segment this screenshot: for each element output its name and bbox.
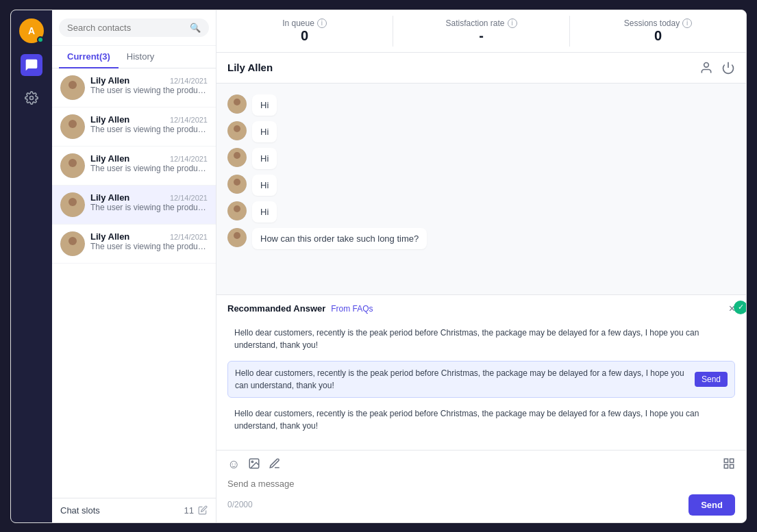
- message-bubble: How can this order take such long time?: [252, 228, 427, 249]
- message-bubble: Hi: [252, 175, 277, 196]
- image-icon[interactable]: [248, 457, 260, 473]
- message-input[interactable]: [227, 479, 735, 489]
- contact-name: Lily Allen: [90, 75, 129, 86]
- message-input-row: [227, 479, 735, 489]
- apps-grid-icon[interactable]: [723, 457, 735, 472]
- info-icon: i: [508, 18, 517, 28]
- char-count: 0/2000: [227, 500, 253, 509]
- contact-item[interactable]: Lily Allen 12/14/2021 The user is viewin…: [52, 147, 216, 186]
- svg-point-10: [69, 237, 77, 245]
- recommended-section: Recommanded Answer From FAQs × ✓ Hello d…: [216, 294, 746, 450]
- svg-point-6: [69, 159, 77, 167]
- contact-item[interactable]: Lily Allen 12/14/2021 The user is viewin…: [52, 225, 216, 264]
- svg-rect-27: [724, 459, 728, 462]
- svg-point-8: [69, 198, 77, 206]
- contact-info: Lily Allen 12/14/2021 The user is viewin…: [90, 231, 208, 251]
- stat-item: In queue i 0: [216, 16, 393, 47]
- contact-name-row: Lily Allen 12/14/2021: [90, 114, 208, 125]
- contact-preview: The user is viewing the produc...: [90, 242, 208, 251]
- message-avatar: [227, 94, 247, 114]
- send-answer-button[interactable]: Send: [695, 372, 728, 387]
- message-row: Hi: [227, 201, 735, 223]
- contact-name: Lily Allen: [90, 192, 129, 203]
- message-avatar: [227, 201, 247, 220]
- user-avatar[interactable]: A: [19, 18, 44, 43]
- answer-text: Hello dear customers, recently is the pe…: [235, 367, 689, 392]
- contact-info: Lily Allen 12/14/2021 The user is viewin…: [90, 114, 208, 134]
- contact-name-row: Lily Allen 12/14/2021: [90, 192, 208, 203]
- svg-point-18: [234, 152, 240, 159]
- contact-name: Lily Allen: [90, 114, 129, 125]
- stats-bar: In queue i 0 Satisfaction rate i - Sessi…: [216, 10, 746, 53]
- contact-date: 12/14/2021: [170, 233, 208, 241]
- edit-icon[interactable]: [198, 505, 208, 515]
- svg-point-11: [704, 62, 709, 67]
- green-check-icon: ✓: [734, 301, 747, 314]
- message-row: Hi: [227, 148, 735, 169]
- answer-item-selected[interactable]: Hello dear customers, recently is the pe…: [227, 361, 735, 398]
- search-wrapper[interactable]: 🔍: [59, 18, 209, 37]
- chat-area: In queue i 0 Satisfaction rate i - Sessi…: [216, 10, 746, 522]
- stat-item: Satisfaction rate i -: [393, 16, 570, 47]
- contact-name-row: Lily Allen 12/14/2021: [90, 75, 208, 86]
- input-area: ☺ 0/2000 Send: [216, 450, 746, 522]
- svg-point-2: [69, 81, 77, 89]
- contact-date: 12/14/2021: [170, 194, 208, 202]
- message-row: Hi: [227, 121, 735, 142]
- chat-slots-label: Chat slots: [60, 505, 100, 516]
- contact-panel: 🔍 Current(3) History Lily Allen 12/14/20…: [52, 10, 216, 522]
- chat-nav-icon[interactable]: [21, 54, 42, 76]
- svg-point-14: [234, 99, 240, 105]
- recommended-header: Recommanded Answer From FAQs × ✓: [227, 303, 735, 314]
- from-faqs: From FAQs: [331, 304, 373, 314]
- chat-slots-right: 11: [184, 505, 208, 516]
- answer-text: Hello dear customers, recently is the pe…: [234, 409, 699, 431]
- svg-point-26: [252, 461, 253, 462]
- send-button[interactable]: Send: [688, 494, 735, 516]
- tab-current[interactable]: Current(3): [59, 46, 119, 68]
- svg-point-4: [69, 120, 77, 128]
- contact-item[interactable]: Lily Allen 12/14/2021 The user is viewin…: [52, 107, 216, 147]
- emoji-icon[interactable]: ☺: [227, 457, 240, 473]
- power-icon[interactable]: [721, 61, 735, 75]
- search-bar: 🔍: [52, 10, 216, 46]
- contact-avatar: [60, 192, 85, 217]
- svg-rect-28: [730, 459, 734, 462]
- contact-avatar: [60, 153, 85, 178]
- search-input[interactable]: [67, 23, 186, 33]
- message-bubble: Hi: [252, 121, 277, 142]
- chat-header-actions: [699, 61, 735, 75]
- answer-text: Hello dear customers, recently is the pe…: [234, 328, 699, 350]
- answer-item[interactable]: Hello dear customers, recently is the pe…: [227, 321, 735, 357]
- chat-header: Lily Allen: [216, 53, 746, 84]
- recommended-title: Recommanded Answer: [227, 303, 325, 314]
- svg-point-22: [234, 205, 240, 212]
- contact-item[interactable]: Lily Allen 12/14/2021 The user is viewin…: [52, 186, 216, 225]
- svg-rect-30: [730, 465, 734, 468]
- contact-name: Lily Allen: [90, 153, 129, 164]
- tab-history[interactable]: History: [119, 46, 162, 68]
- answer-item[interactable]: Hello dear customers, recently is the pe…: [227, 402, 735, 438]
- contact-name-row: Lily Allen 12/14/2021: [90, 153, 208, 164]
- template-icon[interactable]: [269, 457, 281, 473]
- settings-nav-icon[interactable]: [21, 87, 42, 109]
- contact-name-row: Lily Allen 12/14/2021: [90, 231, 208, 242]
- contact-date: 12/14/2021: [170, 155, 208, 163]
- message-bubble: Hi: [252, 201, 277, 223]
- svg-point-20: [234, 179, 240, 186]
- message-row: Hi: [227, 94, 735, 116]
- contact-info: Lily Allen 12/14/2021 The user is viewin…: [90, 153, 208, 173]
- stat-item: Sessions today i 0: [570, 16, 746, 47]
- tabs-row: Current(3) History: [52, 46, 216, 68]
- user-profile-icon[interactable]: [699, 61, 713, 75]
- stat-label: In queue i: [216, 18, 393, 28]
- stat-value: 0: [216, 28, 393, 44]
- contact-item[interactable]: Lily Allen 12/14/2021 The user is viewin…: [52, 68, 216, 107]
- svg-rect-29: [724, 465, 728, 468]
- bottom-row: 0/2000 Send: [227, 494, 735, 516]
- message-avatar: [227, 121, 247, 140]
- search-icon: 🔍: [190, 23, 201, 33]
- message-avatar: [227, 175, 247, 194]
- info-icon: i: [682, 18, 692, 28]
- contact-list: Lily Allen 12/14/2021 The user is viewin…: [52, 68, 216, 498]
